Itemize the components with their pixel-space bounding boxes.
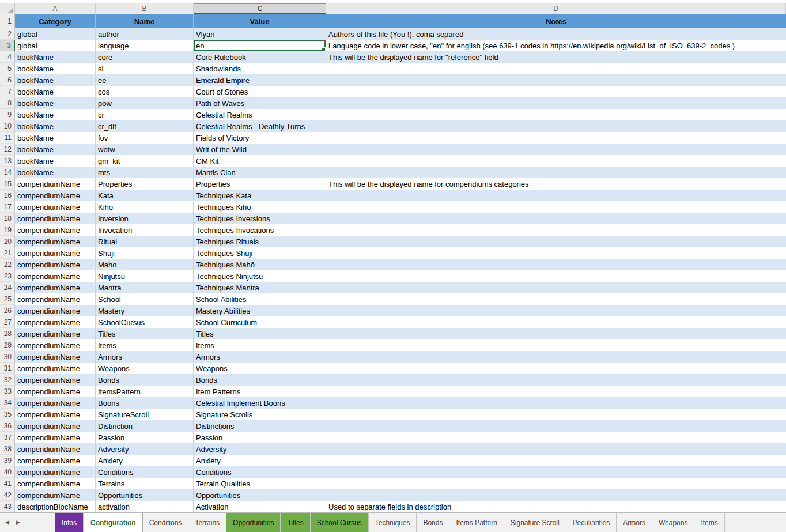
row-header-3[interactable]: 3 [0, 40, 15, 51]
row-header-30[interactable]: 30 [0, 351, 15, 363]
cell-C38[interactable]: Adversity [194, 443, 326, 455]
cell-C17[interactable]: Techniques Kihō [194, 201, 326, 213]
row-header-22[interactable]: 22 [0, 259, 15, 270]
cell-D15[interactable]: This will be the displayed name for comp… [326, 178, 786, 190]
cell-D8[interactable] [326, 97, 786, 109]
row-header-32[interactable]: 32 [0, 374, 15, 386]
cell-C32[interactable]: Bonds [194, 374, 326, 386]
row-header-20[interactable]: 20 [0, 236, 15, 247]
sheet-tab-conditions[interactable]: Conditions [143, 513, 189, 532]
cell-B3[interactable]: language [96, 40, 194, 51]
row-header-36[interactable]: 36 [0, 420, 15, 432]
cell-B30[interactable]: Armors [96, 351, 194, 363]
cell-B17[interactable]: Kiho [96, 201, 194, 213]
row-header-18[interactable]: 18 [0, 213, 15, 224]
cell-D13[interactable] [326, 155, 786, 167]
cell-B11[interactable]: fov [96, 132, 194, 144]
cell-B41[interactable]: Terrains [96, 478, 194, 489]
cell-B20[interactable]: Ritual [96, 236, 194, 247]
row-header-24[interactable]: 24 [0, 282, 15, 293]
cell-D43[interactable]: Used to separate fields in description [326, 501, 786, 512]
cell-B24[interactable]: Mantra [96, 282, 194, 293]
cell-D35[interactable] [326, 409, 786, 420]
cell-C29[interactable]: Items [194, 339, 326, 351]
cell-A22[interactable]: compendiumName [15, 259, 96, 270]
cell-B39[interactable]: Anxiety [96, 455, 194, 466]
row-header-27[interactable]: 27 [0, 316, 15, 328]
cell-A20[interactable]: compendiumName [15, 236, 96, 247]
cell-A6[interactable]: bookName [15, 74, 96, 86]
sheet-tab-armors[interactable]: Armors [617, 513, 652, 532]
cell-A9[interactable]: bookName [15, 109, 96, 120]
cell-B42[interactable]: Opportunities [96, 489, 194, 501]
column-header-a[interactable]: A [15, 3, 96, 14]
cell-C3[interactable]: en [194, 40, 326, 51]
row-header-41[interactable]: 41 [0, 478, 15, 489]
cell-D5[interactable] [326, 63, 786, 74]
cell-A27[interactable]: compendiumName [15, 316, 96, 328]
sheet-tab-techniques[interactable]: Techniques [369, 513, 417, 532]
cell-D36[interactable] [326, 420, 786, 432]
cell-D42[interactable] [326, 489, 786, 501]
cell-A39[interactable]: compendiumName [15, 455, 96, 466]
cell-D24[interactable] [326, 282, 786, 293]
sheet-tab-bonds[interactable]: Bonds [417, 513, 449, 532]
cell-D11[interactable] [326, 132, 786, 144]
column-header-d[interactable]: D [326, 3, 786, 14]
cell-A15[interactable]: compendiumName [15, 178, 96, 190]
cell-D39[interactable] [326, 455, 786, 466]
cell-B35[interactable]: SignatureScroll [96, 409, 194, 420]
cell-C40[interactable]: Conditions [194, 466, 326, 478]
cell-D34[interactable] [326, 397, 786, 409]
cell-C39[interactable]: Anxiety [194, 455, 326, 466]
cell-B6[interactable]: ee [96, 74, 194, 86]
cell-B34[interactable]: Boons [96, 397, 194, 409]
cell-B29[interactable]: Items [96, 339, 194, 351]
cell-D37[interactable] [326, 432, 786, 443]
cell-D22[interactable] [326, 259, 786, 270]
row-header-12[interactable]: 12 [0, 144, 15, 155]
cell-C27[interactable]: School Curriculum [194, 316, 326, 328]
cell-B5[interactable]: sl [96, 63, 194, 74]
cell-A11[interactable]: bookName [15, 132, 96, 144]
sheet-tab-opportunities[interactable]: Opportunities [226, 513, 281, 532]
cell-D33[interactable] [326, 386, 786, 397]
cell-B15[interactable]: Properties [96, 178, 194, 190]
cell-D10[interactable] [326, 120, 786, 132]
cell-D21[interactable] [326, 247, 786, 259]
cell-C25[interactable]: School Abilities [194, 293, 326, 305]
cell-C31[interactable]: Weapons [194, 363, 326, 374]
row-header-6[interactable]: 6 [0, 74, 15, 86]
cell-A34[interactable]: compendiumName [15, 397, 96, 409]
sheet-tab-titles[interactable]: Titles [281, 513, 310, 532]
cell-B31[interactable]: Weapons [96, 363, 194, 374]
cell-B18[interactable]: Inversion [96, 213, 194, 224]
cell-A31[interactable]: compendiumName [15, 363, 96, 374]
cell-C10[interactable]: Celestial Realms - Deathly Turns [194, 120, 326, 132]
cell-A24[interactable]: compendiumName [15, 282, 96, 293]
cell-C37[interactable]: Passion [194, 432, 326, 443]
sheet-tab-items[interactable]: Items [694, 513, 724, 532]
cell-C4[interactable]: Core Rulebook [194, 51, 326, 63]
cell-B43[interactable]: activation [96, 501, 194, 512]
row-header-29[interactable]: 29 [0, 339, 15, 351]
cell-B38[interactable]: Adversity [96, 443, 194, 455]
tabs-scroll-left-icon[interactable]: ◀ [5, 520, 9, 525]
cell-B37[interactable]: Passion [96, 432, 194, 443]
cell-A5[interactable]: bookName [15, 63, 96, 74]
sheet-tab-school-cursus[interactable]: School Cursus [311, 513, 369, 532]
cell-C42[interactable]: Opportunities [194, 489, 326, 501]
cell-A21[interactable]: compendiumName [15, 247, 96, 259]
cell-D3[interactable]: Language code in lower case, "en" for en… [326, 40, 786, 51]
cell-A7[interactable]: bookName [15, 86, 96, 97]
cell-D23[interactable] [326, 270, 786, 282]
cell-C20[interactable]: Techniques Rituals [194, 236, 326, 247]
sheet-tab-peculiarities[interactable]: Peculiarities [566, 513, 617, 532]
row-header-23[interactable]: 23 [0, 270, 15, 282]
cell-B14[interactable]: mts [96, 167, 194, 178]
cell-A16[interactable]: compendiumName [15, 190, 96, 201]
cell-C21[interactable]: Techniques Shuji [194, 247, 326, 259]
cell-D38[interactable] [326, 443, 786, 455]
cell-A42[interactable]: compendiumName [15, 489, 96, 501]
cell-D7[interactable] [326, 86, 786, 97]
